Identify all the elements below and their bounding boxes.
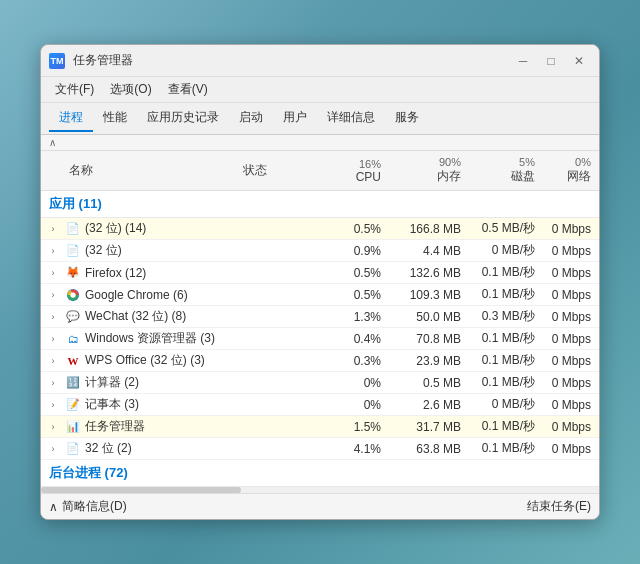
col-header-net: 0% 网络 xyxy=(539,154,599,187)
task-manager-window: TM 任务管理器 ─ □ ✕ 文件(F) 选项(O) 查看(V) 进程 性能 应… xyxy=(40,44,600,520)
proc-icon-1: 📄 xyxy=(65,243,81,259)
proc-disk-6: 0.1 MB/秒 xyxy=(469,352,539,369)
expand-icon[interactable]: › xyxy=(45,353,61,369)
chrome-icon xyxy=(65,287,81,303)
expand-icon[interactable]: › xyxy=(45,331,61,347)
col-header-disk: 5% 磁盘 xyxy=(469,154,539,187)
expand-icon[interactable]: › xyxy=(45,397,61,413)
proc-disk-5: 0.1 MB/秒 xyxy=(469,330,539,347)
sort-header: ∧ xyxy=(41,135,599,151)
proc-cpu-1: 0.9% xyxy=(319,244,389,258)
table-row[interactable]: › 🔢 计算器 (2) 0% 0.5 MB 0.1 MB/秒 0 Mbps xyxy=(41,372,599,394)
expand-icon[interactable]: › xyxy=(45,375,61,391)
mem-usage-pct: 90% xyxy=(397,156,461,168)
proc-net-6: 0 Mbps xyxy=(539,354,599,368)
table-row[interactable]: › Google Chrome (6) 0.5% 109.3 MB xyxy=(41,284,599,306)
cpu-label[interactable]: CPU xyxy=(356,170,381,184)
proc-mem-8: 2.6 MB xyxy=(389,398,469,412)
table-row[interactable]: › 📄 32 位 (2) 4.1% 63.8 MB 0.1 MB/秒 0 Mbp… xyxy=(41,438,599,460)
proc-icon-0: 📄 xyxy=(65,221,81,237)
disk-label[interactable]: 磁盘 xyxy=(511,169,535,183)
proc-mem-6: 23.9 MB xyxy=(389,354,469,368)
net-label[interactable]: 网络 xyxy=(567,169,591,183)
expand-icon[interactable]: › xyxy=(45,419,61,435)
disk-usage-pct: 5% xyxy=(473,156,535,168)
tab-users[interactable]: 用户 xyxy=(273,105,317,132)
proc-disk-3: 0.1 MB/秒 xyxy=(469,286,539,303)
title-bar: TM 任务管理器 ─ □ ✕ xyxy=(41,45,599,77)
proc-mem-9: 31.7 MB xyxy=(389,420,469,434)
proc-disk-7: 0.1 MB/秒 xyxy=(469,374,539,391)
table-row[interactable]: › 📄 (32 位) (14) 0.5% 166.8 MB 0.5 MB/秒 0… xyxy=(41,218,599,240)
proc-mem-5: 70.8 MB xyxy=(389,332,469,346)
proc-name-5: Windows 资源管理器 (3) xyxy=(85,328,239,349)
proc-net-2: 0 Mbps xyxy=(539,266,599,280)
close-button[interactable]: ✕ xyxy=(567,51,591,71)
proc-name-3: Google Chrome (6) xyxy=(85,286,239,304)
net-usage-pct: 0% xyxy=(547,156,591,168)
proc-disk-9: 0.1 MB/秒 xyxy=(469,418,539,435)
menu-file[interactable]: 文件(F) xyxy=(49,79,100,100)
table-row[interactable]: › 🗂 Windows 资源管理器 (3) 0.4% 70.8 MB 0.1 M… xyxy=(41,328,599,350)
tab-startup[interactable]: 启动 xyxy=(229,105,273,132)
col-header-name[interactable]: 名称 xyxy=(61,160,239,181)
tab-app-history[interactable]: 应用历史记录 xyxy=(137,105,229,132)
tab-performance[interactable]: 性能 xyxy=(93,105,137,132)
table-row[interactable]: › 📊 任务管理器 1.5% 31.7 MB 0.1 MB/秒 0 Mbps xyxy=(41,416,599,438)
footer: ∧ 简略信息(D) 结束任务(E) xyxy=(41,493,599,519)
expand-icon[interactable]: › xyxy=(45,265,61,281)
expand-icon[interactable]: › xyxy=(45,243,61,259)
process-list: › 📄 (32 位) (14) 0.5% 166.8 MB 0.5 MB/秒 0… xyxy=(41,218,599,460)
proc-name-7: 计算器 (2) xyxy=(85,372,239,393)
expand-footer-icon: ∧ xyxy=(49,500,58,514)
proc-cpu-3: 0.5% xyxy=(319,288,389,302)
expand-icon[interactable]: › xyxy=(45,221,61,237)
menu-view[interactable]: 查看(V) xyxy=(162,79,214,100)
table-row[interactable]: › 🦊 Firefox (12) 0.5% 132.6 MB 0.1 MB/秒 … xyxy=(41,262,599,284)
taskmgr-icon: 📊 xyxy=(65,419,81,435)
proc-net-5: 0 Mbps xyxy=(539,332,599,346)
proc-disk-0: 0.5 MB/秒 xyxy=(469,220,539,237)
menu-options[interactable]: 选项(O) xyxy=(104,79,157,100)
svg-point-2 xyxy=(70,292,75,297)
tab-details[interactable]: 详细信息 xyxy=(317,105,385,132)
proc-mem-7: 0.5 MB xyxy=(389,376,469,390)
proc-net-0: 0 Mbps xyxy=(539,222,599,236)
proc-name-9: 任务管理器 xyxy=(85,416,239,437)
horizontal-scrollbar[interactable] xyxy=(41,487,599,493)
proc-cpu-5: 0.4% xyxy=(319,332,389,346)
cpu-usage-pct: 16% xyxy=(327,158,381,170)
window-title: 任务管理器 xyxy=(73,52,511,69)
expand-icon[interactable]: › xyxy=(45,287,61,303)
tab-services[interactable]: 服务 xyxy=(385,105,429,132)
proc-disk-8: 0 MB/秒 xyxy=(469,396,539,413)
proc-name-1: (32 位) xyxy=(85,240,239,261)
table-row[interactable]: › W WPS Office (32 位) (3) 0.3% 23.9 MB 0… xyxy=(41,350,599,372)
scrollbar-thumb[interactable] xyxy=(41,487,241,493)
table-row[interactable]: › 📄 (32 位) 0.9% 4.4 MB 0 MB/秒 0 Mbps xyxy=(41,240,599,262)
summary-info-button[interactable]: ∧ 简略信息(D) xyxy=(49,498,127,515)
maximize-button[interactable]: □ xyxy=(539,51,563,71)
col-header-mem: 90% 内存 xyxy=(389,154,469,187)
proc-net-7: 0 Mbps xyxy=(539,376,599,390)
tab-process[interactable]: 进程 xyxy=(49,105,93,132)
proc-cpu-0: 0.5% xyxy=(319,222,389,236)
firefox-icon: 🦊 xyxy=(65,265,81,281)
col-header-status[interactable]: 状态 xyxy=(239,160,319,181)
proc-name-2: Firefox (12) xyxy=(85,264,239,282)
end-task-button[interactable]: 结束任务(E) xyxy=(527,498,591,515)
minimize-button[interactable]: ─ xyxy=(511,51,535,71)
expand-icon[interactable]: › xyxy=(45,441,61,457)
notepad-icon: 📝 xyxy=(65,397,81,413)
proc-mem-4: 50.0 MB xyxy=(389,310,469,324)
app-icon: TM xyxy=(49,53,65,69)
table-row[interactable]: › 💬 WeChat (32 位) (8) 1.3% 50.0 MB 0.3 M… xyxy=(41,306,599,328)
proc-net-8: 0 Mbps xyxy=(539,398,599,412)
mem-label[interactable]: 内存 xyxy=(437,169,461,183)
proc-icon-10: 📄 xyxy=(65,441,81,457)
app-icon-text: TM xyxy=(51,56,64,66)
proc-cpu-6: 0.3% xyxy=(319,354,389,368)
expand-icon[interactable]: › xyxy=(45,309,61,325)
table-row[interactable]: › 📝 记事本 (3) 0% 2.6 MB 0 MB/秒 0 Mbps xyxy=(41,394,599,416)
sort-arrow-icon[interactable]: ∧ xyxy=(49,137,56,148)
